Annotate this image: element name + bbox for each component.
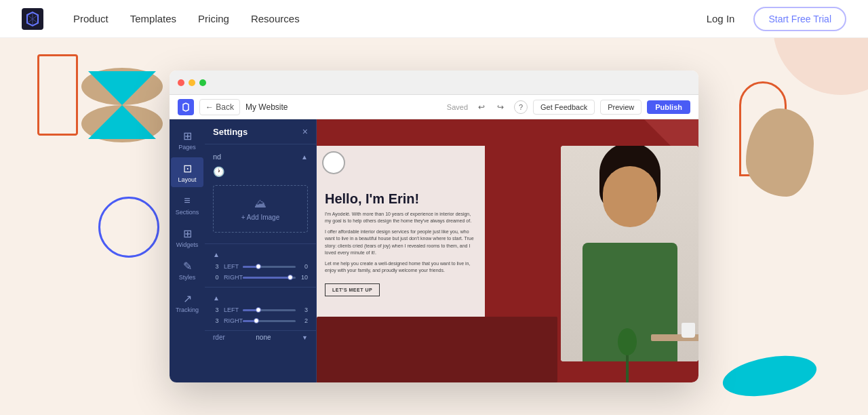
canvas-area[interactable]: Hello, I'm Erin! I'm Ayodelé. With more … (317, 119, 698, 382)
nav-product[interactable]: Product (65, 7, 117, 30)
builder-toolbar: ← Back My Website Saved ↩ ↪ ? Get Feedba… (170, 95, 698, 119)
slider-3-label: LEFT (224, 307, 240, 313)
furniture-area (317, 317, 557, 382)
pages-label: Pages (178, 144, 196, 151)
image-placeholder-icon: ⛰ (254, 197, 267, 211)
add-image-label: + Add Image (241, 214, 279, 221)
widgets-icon: ⊞ (180, 226, 194, 240)
sidebar-styles[interactable]: ✎ Styles (171, 255, 203, 285)
settings-close-button[interactable]: × (302, 126, 308, 137)
sidebar-sections[interactable]: ≡ Sections (171, 190, 203, 220)
sidebar-layout[interactable]: ⊡ Layout (171, 157, 203, 187)
feedback-button[interactable]: Get Feedback (533, 100, 595, 115)
styles-icon: ✎ (180, 259, 194, 273)
pages-icon: ⊞ (180, 129, 194, 142)
slider-2-left-val: 0 (213, 274, 221, 281)
navbar-logo[interactable] (22, 8, 43, 30)
preview-paragraph1: I'm Ayodelé. With more than 10 years of … (325, 211, 477, 225)
slider-row-3: 3 LEFT 3 (205, 304, 316, 315)
preview-heading: Hello, I'm Erin! (325, 191, 477, 207)
slider-section-2-arrow: ▲ (213, 294, 220, 302)
slider-1-label: LEFT (224, 263, 240, 270)
logo-icon (22, 8, 43, 30)
order-label: rder (213, 334, 225, 341)
image-placeholder[interactable]: ⛰ + Add Image (213, 185, 308, 233)
plant-area (617, 328, 637, 382)
slider-1-end-val: 0 (298, 263, 308, 270)
slider-section-2: ▲ 3 LEFT 3 3 RIGHT (205, 288, 316, 331)
website-preview: Hello, I'm Erin! I'm Ayodelé. With more … (317, 119, 698, 382)
widgets-label: Widgets (176, 241, 199, 248)
slider-section-2-header[interactable]: ▲ (205, 292, 316, 304)
person-face (603, 166, 657, 227)
preview-hero: Hello, I'm Erin! I'm Ayodelé. With more … (317, 119, 698, 382)
slider-4-track[interactable] (243, 320, 296, 322)
close-dot (178, 79, 184, 86)
layout-label: Layout (178, 176, 196, 183)
navbar: Product Templates Pricing Resources Log … (0, 0, 868, 38)
saved-status: Saved (447, 103, 468, 111)
redo-button[interactable]: ↪ (492, 99, 509, 115)
slider-4-left-val: 3 (213, 317, 221, 324)
slider-2-track[interactable] (243, 277, 296, 279)
settings-clock-row: 🕐 (205, 163, 316, 180)
background-section-title: nd (213, 153, 221, 161)
slider-4-thumb[interactable] (254, 318, 259, 323)
slider-row-4: 3 RIGHT 2 (205, 315, 316, 326)
browser-window: ← Back My Website Saved ↩ ↪ ? Get Feedba… (170, 71, 698, 382)
sidebar-tracking[interactable]: ↗ Tracking (171, 288, 203, 317)
slider-1-thumb[interactable] (256, 264, 261, 269)
circle-element (322, 151, 345, 174)
slider-2-fill (243, 277, 290, 279)
slider-row-1: 3 LEFT 0 (205, 261, 316, 272)
nav-links: Product Templates Pricing Resources (65, 7, 698, 30)
slider-3-end-val: 3 (298, 307, 308, 313)
slider-row-2: 0 RIGHT 10 (205, 272, 316, 283)
slider-1-left-val: 3 (213, 263, 221, 270)
settings-order-row: rder none ▼ (205, 331, 316, 344)
settings-title: Settings (213, 127, 248, 137)
nav-templates[interactable]: Templates (122, 7, 184, 30)
nav-pricing[interactable]: Pricing (190, 7, 237, 30)
builder-body: ⊞ Pages ⊡ Layout ≡ Sections ⊞ Widgets ✎ (170, 119, 698, 382)
undo-redo-group: ↩ ↪ (473, 99, 509, 115)
sidebar-widgets[interactable]: ⊞ Widgets (171, 222, 203, 252)
sidebar-pages[interactable]: ⊞ Pages (171, 125, 203, 155)
settings-background-header[interactable]: nd ▲ (205, 150, 316, 163)
preview-button[interactable]: Preview (600, 100, 642, 115)
slider-2-end-val: 10 (298, 274, 308, 281)
publish-button[interactable]: Publish (647, 100, 690, 114)
start-trial-button[interactable]: Start Free Trial (753, 7, 846, 31)
settings-header: Settings × (205, 119, 316, 144)
slider-3-thumb[interactable] (256, 307, 261, 313)
preview-cta-button[interactable]: LET'S MEET UP (325, 283, 380, 296)
back-button[interactable]: ← Back (199, 99, 240, 115)
slider-section-1-arrow: ▲ (213, 251, 220, 258)
settings-panel: Settings × nd ▲ 🕐 ⛰ + Add Image (205, 119, 317, 382)
site-name-label: My Website (245, 102, 288, 112)
help-button[interactable]: ? (514, 100, 528, 114)
nav-resources[interactable]: Resources (243, 7, 308, 30)
slider-4-end-val: 2 (298, 317, 308, 324)
slider-2-label: RIGHT (224, 274, 240, 281)
slider-2-thumb[interactable] (288, 275, 293, 280)
undo-button[interactable]: ↩ (473, 99, 490, 115)
layout-icon: ⊡ (180, 161, 194, 175)
nav-actions: Log In Start Free Trial (698, 7, 846, 31)
tracking-label: Tracking (176, 307, 199, 313)
slider-section-1-header[interactable]: ▲ (205, 248, 316, 261)
slider-3-track[interactable] (243, 309, 296, 311)
order-chevron: ▼ (302, 334, 308, 341)
slider-3-left-val: 3 (213, 307, 221, 313)
main-content: ← Back My Website Saved ↩ ↪ ? Get Feedba… (0, 38, 868, 415)
login-button[interactable]: Log In (698, 7, 743, 30)
sections-label: Sections (176, 209, 199, 216)
slider-section-1: ▲ 3 LEFT 0 0 RIGHT (205, 244, 316, 288)
browser-chrome (170, 71, 698, 95)
builder-logo-icon (181, 102, 191, 112)
cup (682, 323, 695, 338)
styles-label: Styles (179, 274, 196, 281)
slider-1-track[interactable] (243, 266, 296, 268)
preview-paragraph2: I offer affordable interior design servi… (325, 229, 477, 257)
builder-logo (178, 99, 194, 115)
